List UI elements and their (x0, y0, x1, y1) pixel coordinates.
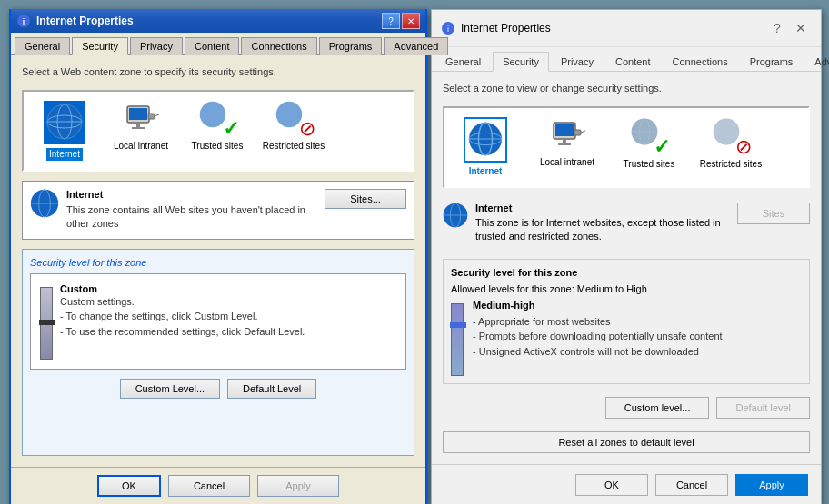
modern-apply-button[interactable]: Apply (735, 474, 808, 496)
close-button[interactable]: ✕ (402, 13, 420, 29)
tab-security[interactable]: Security (72, 37, 128, 55)
zones-area: Internet Local intranet (22, 90, 414, 172)
xp-footer: OK Cancel Apply (11, 467, 425, 504)
custom-level-button[interactable]: Custom Level... (120, 379, 220, 399)
modern-default-level-button[interactable]: Default level (716, 397, 810, 419)
modern-tab-content[interactable]: Content (605, 52, 661, 72)
modern-content: Select a zone to view or change security… (432, 72, 821, 464)
internet-icon (46, 104, 83, 140)
modern-tab-security[interactable]: Security (493, 52, 549, 72)
tab-privacy[interactable]: Privacy (130, 37, 183, 55)
zone-local-intranet[interactable]: Local intranet (109, 101, 173, 152)
ok-button[interactable]: OK (97, 475, 161, 497)
security-setting: Custom Custom settings.- To change the s… (40, 283, 396, 360)
modern-custom-level-button[interactable]: Custom level... (605, 397, 710, 419)
security-level-modern-details: - Appropriate for most websites- Prompts… (473, 314, 723, 360)
security-content: Custom Custom settings.- To change the s… (30, 273, 406, 370)
security-level-modern-name: Medium-high (473, 300, 723, 311)
zone-trusted[interactable]: ✓ Trusted sites (185, 101, 249, 152)
svg-line-12 (155, 114, 159, 116)
modern-internet-selected (464, 117, 507, 163)
tab-connections[interactable]: Connections (241, 37, 316, 55)
cancel-button[interactable]: Cancel (168, 475, 250, 497)
security-level-slider[interactable] (451, 303, 464, 376)
modern-help-button[interactable]: ? (766, 17, 788, 39)
modern-dialog-title: Internet Properties (461, 22, 551, 35)
slider-thumb (39, 320, 55, 325)
level-slider-area: Medium-high - Appropriate for most websi… (451, 300, 802, 376)
modern-security-section: Security level for this zone Allowed lev… (443, 259, 810, 384)
modern-cancel-button[interactable]: Cancel (655, 474, 728, 496)
svg-rect-9 (136, 123, 140, 127)
xp-content: Select a Web content zone to specify its… (11, 55, 425, 467)
modern-title-left: i Internet Properties (441, 21, 551, 35)
modern-zone-intranet-label: Local intranet (540, 157, 594, 168)
modern-internet-icon (468, 122, 503, 156)
modern-tab-privacy[interactable]: Privacy (551, 52, 604, 72)
security-description: Custom settings.- To change the settings… (60, 294, 305, 340)
tab-general[interactable]: General (15, 37, 70, 55)
modern-zone-internet[interactable]: Internet (454, 117, 517, 177)
trusted-check-icon: ✓ (223, 117, 239, 141)
tab-programs[interactable]: Programs (319, 37, 383, 55)
modern-app-icon: i (441, 21, 455, 35)
zone-internet-label: Internet (46, 148, 83, 161)
modern-tab-general[interactable]: General (435, 52, 491, 72)
zone-restricted-label: Restricted sites (263, 141, 325, 152)
modern-zone-info: Internet This zone is for Internet websi… (443, 197, 810, 250)
tab-content[interactable]: Content (185, 37, 240, 55)
xp-dialog: i Internet Properties ? ✕ General Securi… (9, 9, 427, 504)
modern-ok-button[interactable]: OK (575, 474, 648, 496)
sites-button[interactable]: Sites... (325, 189, 406, 209)
modern-zone-trusted-label: Trusted sites (624, 159, 675, 170)
zone-restricted[interactable]: ⊘ Restricted sites (262, 101, 325, 152)
modern-zone-intranet[interactable]: Local intranet (535, 117, 599, 168)
modern-zones-area: Internet Local intranet (443, 106, 810, 188)
apply-button[interactable]: Apply (257, 475, 339, 497)
zone-description-text: This zone contains all Web sites you hav… (66, 203, 317, 232)
modern-close-button[interactable]: ✕ (790, 17, 812, 39)
restricted-stop-icon: ⊘ (299, 117, 315, 141)
zone-local-intranet-label: Local intranet (114, 141, 168, 152)
modern-zone-restricted-label: Restricted sites (700, 159, 762, 170)
local-intranet-icon (123, 101, 159, 137)
zone-internet[interactable]: Internet (33, 101, 96, 161)
security-box-title: Security level for this zone (30, 257, 406, 268)
svg-point-14 (276, 102, 303, 128)
modern-tab-connections[interactable]: Connections (662, 52, 737, 72)
modern-trusted-wrap: ✓ (630, 117, 668, 155)
modern-intranet-icon (549, 117, 585, 153)
security-slider[interactable] (40, 287, 53, 360)
zone-name: Internet (66, 189, 317, 200)
security-button-row: Custom Level... Default Level (30, 379, 406, 399)
modern-zone-name: Internet (475, 203, 730, 213)
level-description: Medium-high - Appropriate for most websi… (473, 300, 723, 360)
svg-rect-11 (148, 114, 155, 119)
zone-description: Select a Web content zone to specify its… (22, 66, 414, 77)
xp-tab-bar: General Security Privacy Content Connect… (11, 33, 425, 55)
modern-reset-button[interactable]: Reset all zones to default level (443, 431, 810, 453)
zone-trusted-label: Trusted sites (192, 141, 244, 152)
modern-zone-restricted[interactable]: ⊘ Restricted sites (699, 117, 763, 170)
default-level-button[interactable]: Default Level (227, 379, 316, 399)
modern-footer: OK Cancel Apply (432, 464, 821, 504)
security-text: Custom Custom settings.- To change the s… (60, 283, 305, 340)
modern-tab-programs[interactable]: Programs (740, 52, 804, 72)
svg-text:i: i (23, 17, 25, 26)
modern-restricted-icon: ⊘ (735, 135, 752, 159)
svg-rect-8 (129, 108, 147, 120)
modern-security-buttons: Custom level... Default level (443, 397, 810, 419)
modern-restricted-wrap: ⊘ (712, 117, 750, 155)
help-button[interactable]: ? (382, 13, 400, 29)
modern-zone-info-icon (443, 203, 468, 228)
modern-zone-trusted[interactable]: ✓ Trusted sites (617, 117, 681, 170)
modern-zone-desc: This zone is for Internet websites, exce… (475, 216, 730, 244)
xp-dialog-title: Internet Properties (36, 15, 134, 27)
modern-sites-button[interactable]: Sites (737, 203, 810, 224)
modern-allowed-levels: Allowed levels for this zone: Medium to … (451, 283, 802, 294)
modern-tab-advanced[interactable]: Advanced (804, 52, 829, 72)
modern-zone-text: Internet This zone is for Internet websi… (475, 203, 730, 244)
zone-info-text: Internet This zone contains all Web site… (66, 189, 317, 232)
svg-rect-26 (563, 139, 566, 143)
modern-reset-area: Reset all zones to default level (443, 431, 810, 453)
